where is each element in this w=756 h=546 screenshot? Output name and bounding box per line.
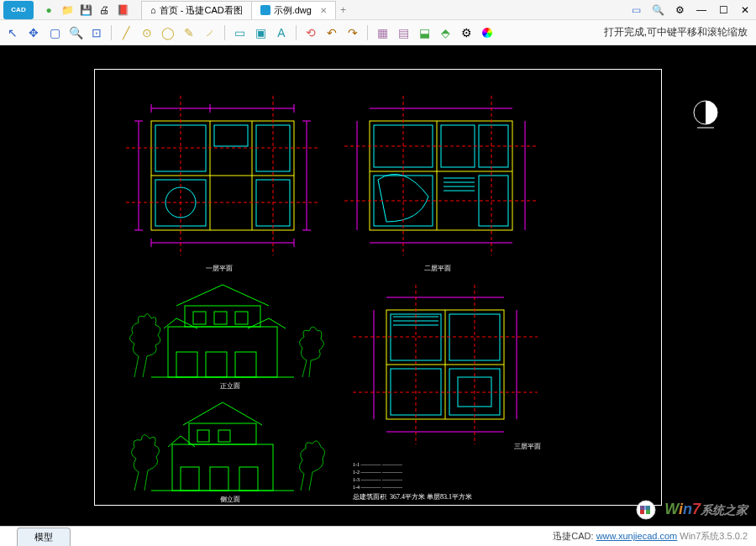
tool-erase[interactable]: ⟲	[302, 24, 320, 42]
drawing-canvas[interactable]: 一层平面 二层平面	[0, 45, 756, 526]
bottom-bar: 模型 迅捷CAD: www.xunjiecad.com Win7系统3.5.0.…	[0, 526, 756, 546]
home-icon: ⌂	[150, 5, 156, 15]
tool-zoom[interactable]: 🔍	[66, 24, 85, 42]
svg-rect-58	[235, 312, 248, 324]
status-label: 迅捷CAD:	[553, 531, 593, 541]
info-block: 1-1 ———— ————1-2 ———— ————1-3 ———— ————1…	[353, 461, 402, 491]
tab-home[interactable]: ⌂ 首页 - 迅捷CAD看图	[141, 1, 252, 19]
svg-rect-52	[176, 352, 197, 377]
tool-line[interactable]: ╱	[117, 24, 135, 42]
tool-block[interactable]: ⬓	[415, 24, 433, 42]
svg-rect-54	[235, 352, 256, 377]
svg-rect-62	[210, 467, 228, 491]
plan1-label: 一层平面	[206, 264, 233, 273]
separator	[111, 25, 112, 40]
elev2-label: 侧立面	[220, 495, 240, 504]
toolbar-hint: 打开完成,可中键平移和滚轮缩放	[604, 25, 753, 39]
footer-label-1: 总建筑面积 367.4平方米 单层83.1平方米	[353, 492, 472, 501]
minimize-button[interactable]: —	[690, 1, 712, 19]
tool-layer[interactable]: ▦	[373, 24, 391, 42]
separator	[296, 25, 297, 40]
quick-access: ● 📁 💾 🖨 📕	[37, 3, 134, 17]
tab-file[interactable]: 示例.dwg ✕	[251, 1, 336, 19]
model-tab[interactable]: 模型	[17, 528, 71, 546]
titlebar: CAD ● 📁 💾 🖨 📕 ⌂ 首页 - 迅捷CAD看图 示例.dwg ✕ + …	[0, 0, 756, 20]
save-icon[interactable]: 💾	[79, 3, 92, 17]
elevation-1	[118, 276, 328, 386]
window-icon-2[interactable]: 🔍	[647, 1, 669, 19]
status-version: Win7系统3.5.0.2	[680, 531, 748, 541]
svg-rect-66	[218, 430, 230, 442]
open-icon[interactable]: 📁	[60, 3, 74, 17]
elevation-2	[118, 390, 328, 499]
tool-rect[interactable]: ▭	[230, 24, 249, 42]
file-icon	[260, 5, 270, 15]
tool-color[interactable]	[478, 24, 496, 42]
plan3-label: 三层平面	[514, 442, 541, 451]
tool-region[interactable]: ▣	[251, 24, 270, 42]
floorplan-2	[344, 96, 538, 255]
floorplan-3	[353, 285, 538, 444]
main-toolbar: ↖ ✥ ▢ 🔍 ⊡ ╱ ⊙ ◯ ✎ ⟋ ▭ ▣ A ⟲ ↶ ↷ ▦ ▤ ⬓ ⬘ …	[0, 20, 756, 45]
separator	[224, 25, 225, 40]
tool-arc[interactable]: ◯	[159, 24, 177, 42]
plan2-label: 二层平面	[424, 264, 451, 273]
svg-rect-56	[193, 312, 206, 324]
color-wheel-icon	[482, 28, 492, 38]
print-icon[interactable]: 🖨	[97, 3, 111, 17]
tool-window[interactable]: ▢	[45, 24, 64, 42]
new-icon[interactable]: ●	[42, 3, 55, 17]
svg-rect-55	[185, 306, 260, 327]
window-icon-1[interactable]: ▭	[625, 1, 647, 19]
svg-rect-53	[206, 352, 227, 377]
tool-select[interactable]: ↖	[3, 24, 22, 42]
settings-icon[interactable]: ⚙	[669, 1, 690, 19]
svg-rect-63	[239, 467, 258, 491]
compass-icon	[689, 96, 722, 129]
svg-rect-65	[197, 430, 209, 442]
tool-extents[interactable]: ⊡	[87, 24, 106, 42]
svg-rect-61	[181, 467, 199, 491]
tool-pan[interactable]: ✥	[24, 24, 43, 42]
floorplan-1	[126, 96, 319, 255]
svg-rect-8	[214, 125, 248, 146]
svg-rect-57	[214, 312, 227, 324]
tab-file-label: 示例.dwg	[274, 4, 312, 17]
tool-hatch[interactable]: ⬘	[436, 24, 454, 42]
maximize-button[interactable]: ☐	[712, 1, 734, 19]
document-tabs: ⌂ 首页 - 迅捷CAD看图 示例.dwg ✕ +	[141, 1, 625, 19]
tab-home-label: 首页 - 迅捷CAD看图	[160, 4, 243, 17]
status-link[interactable]: www.xunjiecad.com	[596, 531, 678, 541]
separator	[367, 25, 368, 40]
close-button[interactable]: ✕	[734, 1, 756, 19]
tool-draw[interactable]: ✎	[180, 24, 198, 42]
svg-rect-64	[189, 423, 256, 444]
tool-settings[interactable]: ⚙	[457, 24, 475, 42]
tool-layers2[interactable]: ▤	[394, 24, 412, 42]
window-controls: ▭ 🔍 ⚙ — ☐ ✕	[625, 1, 756, 19]
tool-circle[interactable]: ⊙	[138, 24, 156, 42]
tab-add-button[interactable]: +	[335, 4, 351, 16]
tool-undo[interactable]: ↶	[323, 24, 341, 42]
status-bar: 迅捷CAD: www.xunjiecad.com Win7系统3.5.0.2	[553, 530, 756, 543]
tab-close-icon[interactable]: ✕	[320, 6, 327, 15]
tool-pline[interactable]: ⟋	[201, 24, 219, 42]
tool-redo[interactable]: ↷	[344, 24, 362, 42]
tool-text[interactable]: A	[272, 24, 291, 42]
app-logo: CAD	[3, 1, 34, 19]
pdf-icon[interactable]: 📕	[116, 3, 129, 17]
